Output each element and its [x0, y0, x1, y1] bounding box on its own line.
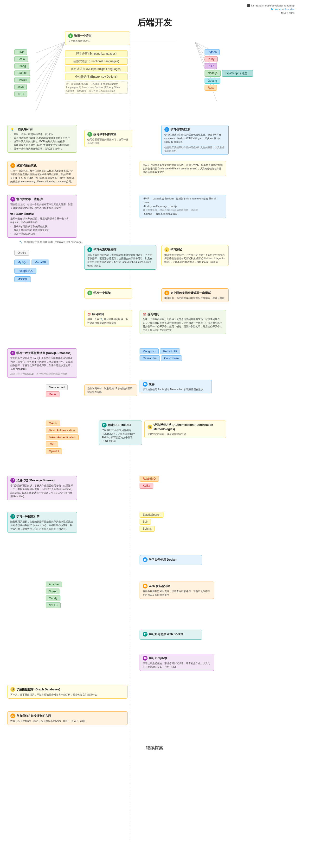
inspiration-item-1: 实现一些你正在使用的指令，例如 'ls' — [14, 132, 74, 136]
websocket-card: 17 学习如何使用 Web Socket — [140, 630, 202, 640]
badge-15: 15 — [143, 557, 147, 562]
twitter-link[interactable]: 🐦 kamranahmedse — [247, 8, 294, 11]
tag-dotnet: .NET — [15, 91, 27, 97]
fw-note: 对于其他语言，搜索并找到适合你的语言的一些框架 — [143, 208, 223, 212]
testing-card: 7 学习测试 测试类型有很多种，不过现在先了解一下如何使用你所选择的语言做基础单… — [161, 245, 229, 266]
inspiration-item-3: 编写你的文件夹结构以 JSON 的形式列出的程序 — [14, 140, 74, 143]
badge-8b: 8 — [164, 290, 169, 295]
pkg-mgr-note: 包管理工具能帮助你将外部依赖引入你的应用，以及制作供你己的包 — [164, 146, 225, 153]
select-language-subtitle: 有许多语言供你选择 — [68, 39, 127, 43]
tag-openid: OpenID — [46, 448, 62, 454]
inspiration-item-4: 能够读取之前创建的 JSON 并创建文件夹结构的程序 — [14, 143, 74, 147]
caching-step-card: 当你学完毕时，试着给第 11 步创建的应用实现缓存策略 — [84, 384, 137, 396]
left-lang-tags: Elixir Scala Erlang Clojure Haskell Java… — [15, 49, 30, 97]
tag-jwt: JWT — [46, 441, 58, 447]
tag-postgresql: PostgreSQL — [15, 268, 36, 274]
github-link[interactable]: ⬛ kamranahmedse/developer-roadmap — [247, 4, 294, 7]
oracle-tag-area: Oracle — [15, 250, 29, 256]
badge-14: 14 — [10, 514, 15, 519]
inspiration-item-5: 思考一些你每天都在做的事，尝试让它自动化 — [14, 147, 74, 150]
docker-card: 15 学习如何使用 Docker — [140, 555, 202, 565]
badge-3: 3 — [164, 127, 169, 132]
standards-desc: 任何一门编程语言都有它自己的语法标准以及最佳实践。学习那些在你选择的语言的语法标… — [10, 169, 74, 183]
tag-cassandra: Cassandra — [140, 355, 160, 361]
badge-6: 6 — [87, 247, 92, 252]
svg-line-6 — [36, 42, 65, 82]
svg-line-5 — [36, 42, 65, 72]
graph-db-card: 19 了解图数据库 (Graph Databases) 再一次，这不是必须的，不… — [7, 685, 128, 699]
oss-item-3: 添加一些缺失的功能 — [14, 232, 74, 236]
nodejs-ts-group: Node.js TypeScript（可选） — [204, 70, 253, 77]
badge-13: 13 — [10, 478, 15, 483]
search-engine-desc: 随着应用的增长，在你的数据库里进行简单的查询已经无法达到你想要的数据了 (to … — [10, 520, 74, 531]
fw-golang: • Golang — 微型不使用框架编码 — [143, 212, 223, 216]
tag-elixir: Elixir — [15, 49, 27, 55]
tag-elasticsearch: ElasticSearch — [140, 512, 163, 518]
tag-caddy: Caddy — [46, 595, 60, 601]
badge-11: 11 — [102, 423, 107, 428]
publish-desc: 现在最佳方式，创建一个包并发布它来让其他人使用，别忘了遵循你在此之前学习到的语法… — [10, 203, 74, 210]
right-lang-tags: Python Ruby PHP Node.js TypeScript（可选） G… — [204, 49, 253, 91]
publish-card: 5 制作并发布一些包/库 现在最佳方式，创建一个包并发布它来让其他人使用，别忘了… — [7, 195, 77, 238]
lightbulb-icon: 💡 — [10, 127, 14, 131]
tag-oracle: Oracle — [15, 250, 29, 256]
web-servers-card: 16 Web 服务器知识 有许多种服务器可以选择，试试看这些服务器，了解它之间存… — [140, 582, 214, 599]
svg-line-3 — [36, 42, 65, 53]
testing-text: 测试类型有很多种，不过现在先了解一下如何使用你所选择的语言做基础单元测试和集成测… — [164, 253, 225, 264]
svg-line-8 — [36, 42, 65, 101]
tag-functional: 函数式语言 (Functional Languages) — [65, 58, 128, 65]
badge-5: 5 — [10, 197, 15, 202]
svg-line-9 — [36, 42, 65, 111]
svg-line-7 — [36, 42, 65, 91]
test-cov-icon: 🔧 — [19, 241, 23, 244]
standards-card: 4 标准和最佳实践 任何一门编程语言都有它自己的语法标准以及最佳实践。学习那些在… — [7, 161, 77, 186]
oss-item-1: 重构并实现你所学到的最佳实践 — [14, 225, 74, 228]
test-coverage-area: 🔧 学习如何计算测试覆盖率 (calculate test coverage) — [19, 240, 83, 244]
tag-couchbase: Couchbase — [161, 355, 182, 361]
graphql-desc: 尽管这不是必须的，不过你可以试试看，看看它是什么，以及为什么大家称它是新一代的 … — [143, 661, 211, 669]
search-engine-card: 14 学习一种搜索引擎 随着应用的增长，在你的数据库里进行简单的查询已经无法达到… — [7, 512, 77, 533]
tag-nginx: Nginx — [46, 589, 59, 594]
write-tests-card: 8 为上面的实际步骤编写一套测试 继续努力，为之前实现的那些实际任务编写一些单元… — [161, 288, 229, 302]
badge-17: 17 — [143, 632, 147, 637]
tag-msiis: MS.IIS — [46, 602, 61, 608]
inspiration-item-2: 编写用来保存 reddit 上 /r/programming 的帖子的程序 — [14, 136, 74, 140]
badge-2: 2 — [87, 132, 92, 137]
tag-token-auth: Token Authentication — [46, 434, 79, 440]
tag-sphinx: Sphinx — [140, 526, 155, 532]
twitter-icon: 🐦 — [271, 8, 274, 10]
tag-rust: Rust — [204, 85, 217, 91]
databases-card: 6 学习关系型数据库 别忘了编写代码代码，遵循编码标准并学会使用索引，另外对于数… — [84, 245, 157, 270]
fw-php: • PHP — Laravel 或 Symfony，微框架 (micro-fra… — [143, 197, 223, 205]
open-source-list: 重构并实现你所学到的最佳实践 查看开放的 issue 并尝试修复它们 添加一些缺… — [10, 225, 74, 236]
tag-redis: Redis — [46, 392, 59, 397]
inspiration-card: 💡 一些灵感示例 实现一些你正在使用的指令，例如 'ls' 编写用来保存 red… — [7, 125, 77, 153]
tag-enterprise: 企业级选项 (Enterprisey Options) — [65, 73, 128, 80]
oss-item-2: 查看开放的 issue 并尝试修复它们 — [14, 228, 74, 232]
clock-icon-2: ⏰ — [143, 312, 146, 316]
select-language-card: 1 选择一个语言 有许多语言供你选择 — [65, 31, 130, 45]
rest-api-desc: 了解 REST 并学习如何编写 RESTful API，记得去阅读 Roy Fi… — [102, 429, 139, 443]
web-servers-desc: 有许多种服务器可以选择，试试看这些服务器，了解它之间存在的区别以及各自的侧重性 — [143, 589, 211, 597]
tag-basic-auth: Basic Authentication — [46, 428, 78, 433]
tag-ruby: Ruby — [204, 56, 218, 62]
nosql-desc: 首先我会了解什么是 NoSQL 关系型数据库有什么区别以及为什么需要它，看几种不… — [10, 356, 74, 371]
practice-time-desc: 创建一个在 🔧 时创建的相同应用，不过这次用你所选的框架实现 — [87, 317, 129, 325]
tag-python: Python — [204, 49, 220, 55]
tag-nodejs: Node.js — [204, 70, 221, 77]
badge-12: 12 — [147, 425, 152, 429]
framework-opts-text: • PHP — Laravel 或 Symfony，微框架 (micro-fra… — [143, 197, 223, 216]
auth-tags: OAuth Basic Authentication Token Authent… — [46, 421, 79, 454]
write-tests-desc: 继续努力，为之前实现的那些实际任务编写一些单元测试 — [164, 296, 225, 300]
fw-nodejs: • Node.js — Express.js，Hapi.js — [143, 205, 223, 208]
nosql-tags-row1: MongoDB RethinkDB — [140, 348, 182, 354]
note-text: 注：在前端本地选项上，选作者者 Multiparadigm Languages … — [65, 81, 128, 94]
badge-7: 7 — [164, 247, 169, 252]
tag-scripting: 脚本语言 (Scripting Languages) — [65, 51, 128, 57]
tag-multiparadigm: 多范式语言 (Multiparadigm Languages) — [65, 66, 128, 72]
tag-kafka: Kafka — [140, 483, 153, 489]
badge-9: 9 — [10, 351, 15, 355]
auth-card: 12 认证/授权方法 (Authentication/Authorization… — [144, 421, 226, 438]
tag-mysql: MySQL — [15, 259, 30, 265]
tag-rethinkdb: RethinkDB — [160, 348, 180, 354]
